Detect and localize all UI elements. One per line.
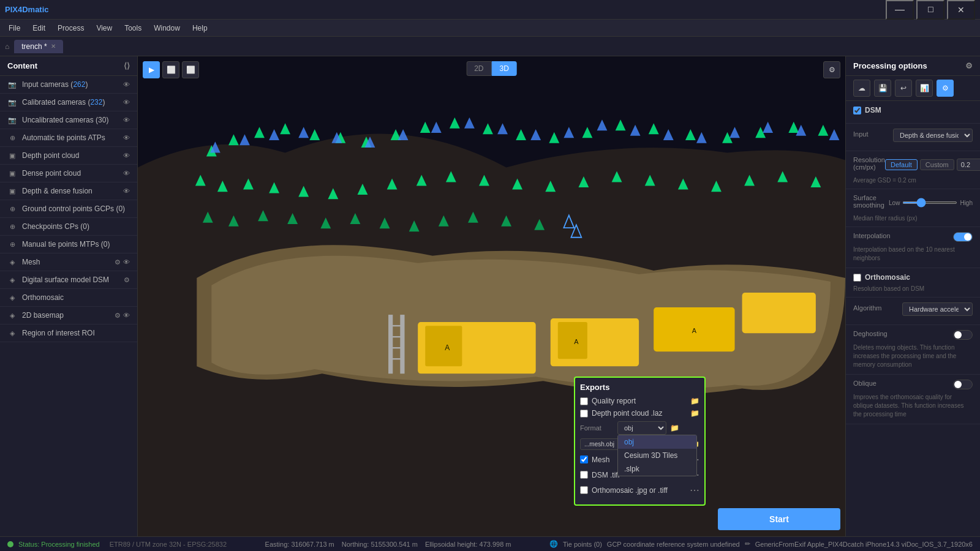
menu-view[interactable]: View bbox=[90, 21, 118, 35]
maximize-button[interactable]: ☐ bbox=[916, 0, 944, 20]
sidebar-label-mtp: Manual tie points MTPs (0) bbox=[22, 240, 110, 249]
quality-report-folder-icon[interactable]: 📁 bbox=[690, 397, 699, 405]
deghosting-toggle[interactable] bbox=[953, 330, 973, 340]
surface-smoothing-slider[interactable] bbox=[902, 201, 957, 204]
visibility-toggle-uncalibrated-cameras[interactable]: 👁 bbox=[123, 116, 130, 124]
quality-report-checkbox[interactable] bbox=[580, 397, 588, 405]
dropdown-option-slpk[interactable]: .slpk bbox=[618, 462, 696, 476]
report-tool[interactable]: 📊 bbox=[916, 80, 933, 97]
sidebar-label-atp: Automatic tie points ATPs bbox=[22, 133, 105, 142]
share-tool[interactable]: ☁ bbox=[853, 80, 870, 97]
format-folder-icon[interactable]: 📁 bbox=[670, 424, 679, 432]
viewport-settings-button[interactable]: ⚙ bbox=[823, 61, 840, 78]
sidebar-item-orthomosaic[interactable]: ◈ Orthomosaic bbox=[0, 289, 137, 307]
depth-cloud-checkbox[interactable] bbox=[580, 410, 588, 418]
orthomosaic-section-checkbox[interactable] bbox=[853, 274, 861, 282]
2d-view-button[interactable]: 2D bbox=[466, 61, 491, 76]
sidebar-item-dsm[interactable]: ◈ Digital surface model DSM ⚙ bbox=[0, 271, 137, 289]
right-panel-tools: ☁ 💾 ↩ 📊 ⚙ bbox=[846, 76, 980, 101]
interpolation-toggle[interactable] bbox=[953, 232, 973, 242]
format-select[interactable]: obj Cesium 3D Tiles .slpk bbox=[617, 421, 666, 435]
content-label: Content bbox=[7, 61, 37, 70]
visibility-toggle-dense-cloud[interactable]: 👁 bbox=[123, 170, 130, 177]
save-tool[interactable]: 💾 bbox=[874, 80, 891, 97]
sidebar-label-fusion: Depth & dense fusion bbox=[22, 187, 92, 195]
sidebar-item-uncalibrated-cameras[interactable]: 📷 Uncalibrated cameras (30) 👁 bbox=[0, 111, 137, 129]
menu-window[interactable]: Window bbox=[148, 21, 186, 35]
close-button[interactable]: ✕ bbox=[947, 0, 975, 20]
visibility-toggle-input-cameras[interactable]: 👁 bbox=[123, 81, 130, 88]
select-tool[interactable]: ▶ bbox=[143, 61, 160, 78]
menu-tools[interactable]: Tools bbox=[118, 21, 148, 35]
oblique-label: Oblique bbox=[853, 380, 876, 387]
sidebar-item-depth-dense-fusion[interactable]: ▣ Depth & dense fusion 👁 bbox=[0, 182, 137, 200]
mesh-checkbox[interactable] bbox=[580, 455, 588, 463]
resolution-input[interactable] bbox=[957, 159, 980, 171]
visibility-toggle-calibrated-cameras[interactable]: 👁 bbox=[123, 99, 130, 106]
sidebar-item-depth-point-cloud[interactable]: ▣ Depth point cloud 👁 bbox=[0, 147, 137, 165]
height-label: Ellipsoidal height: 473.998 m bbox=[425, 541, 511, 548]
sidebar-label-uncalibrated-cameras: Uncalibrated cameras (30) bbox=[22, 116, 108, 124]
basemap-gear-icon[interactable]: ⚙ bbox=[115, 312, 121, 320]
export-quality-report-row: Quality report 📁 bbox=[580, 397, 699, 405]
depth-cloud-folder-icon[interactable]: 📁 bbox=[690, 409, 699, 418]
dsm-gear-icon[interactable]: ⚙ bbox=[124, 276, 130, 284]
deghosting-label: Deghosting bbox=[853, 330, 888, 337]
minimize-button[interactable]: — bbox=[886, 0, 914, 20]
viewport[interactable]: ▶ ⬜ ⬜ 2D 3D ⚙ A bbox=[138, 56, 845, 536]
dsm-export-label: DSM .tiff bbox=[592, 471, 620, 479]
sidebar-item-calibrated-cameras[interactable]: 📷 Calibrated cameras (232) 👁 bbox=[0, 94, 137, 111]
edit-icon[interactable]: ✏ bbox=[745, 540, 750, 548]
sidebar: Content ⟨⟩ 📷 Input cameras (262) 👁 📷 Cal… bbox=[0, 56, 138, 536]
menu-help[interactable]: Help bbox=[186, 21, 214, 35]
resolution-default-button[interactable]: Default bbox=[885, 159, 918, 170]
sidebar-item-dense-point-cloud[interactable]: ▣ Dense point cloud 👁 bbox=[0, 165, 137, 182]
tab-close-button[interactable]: ✕ bbox=[51, 43, 56, 50]
sidebar-item-mesh[interactable]: ◈ Mesh ⚙ 👁 bbox=[0, 253, 137, 271]
rect-select-tool[interactable]: ⬜ bbox=[162, 61, 179, 78]
ortho-checkbox[interactable] bbox=[580, 486, 588, 494]
visibility-toggle-depth-cloud[interactable]: 👁 bbox=[123, 152, 130, 159]
crop-tool[interactable]: ⬜ bbox=[182, 61, 199, 78]
resolution-custom-button[interactable]: Custom bbox=[920, 159, 954, 170]
project-tab[interactable]: trench * ✕ bbox=[14, 40, 62, 53]
options-tool[interactable]: ⚙ bbox=[937, 80, 954, 97]
visibility-toggle-mesh[interactable]: 👁 bbox=[123, 258, 130, 266]
sidebar-item-roi[interactable]: ◈ Region of interest ROI bbox=[0, 324, 137, 342]
dropdown-option-cesium[interactable]: Cesium 3D Tiles bbox=[618, 449, 696, 462]
dsm-checkbox[interactable] bbox=[580, 471, 588, 479]
orthomosaic-header-row: Orthomosaic bbox=[853, 273, 973, 282]
home-icon[interactable]: ⌂ bbox=[5, 42, 9, 51]
oblique-toggle[interactable] bbox=[953, 380, 973, 389]
ortho-more-button[interactable]: ⋯ bbox=[690, 484, 699, 496]
sidebar-item-gcp[interactable]: ⊕ Ground control points GCPs (0) bbox=[0, 200, 137, 218]
sidebar-item-mtp[interactable]: ⊕ Manual tie points MTPs (0) bbox=[0, 236, 137, 253]
collapse-icon[interactable]: ⟨⟩ bbox=[124, 61, 130, 70]
sidebar-item-input-cameras[interactable]: 📷 Input cameras (262) 👁 bbox=[0, 76, 137, 94]
input-select[interactable]: Depth & dense fusion Dense point cloud D… bbox=[893, 129, 973, 142]
menu-process[interactable]: Process bbox=[51, 21, 90, 35]
sidebar-item-2d-basemap[interactable]: ◈ 2D basemap ⚙ 👁 bbox=[0, 307, 137, 324]
sidebar-label-input-cameras: Input cameras (262) bbox=[22, 80, 88, 89]
processing-options-settings-icon[interactable]: ⚙ bbox=[965, 61, 973, 70]
status-indicator bbox=[7, 541, 13, 547]
dsm-section-checkbox[interactable] bbox=[853, 107, 861, 114]
start-button[interactable]: Start bbox=[718, 508, 840, 530]
svg-text:A: A bbox=[574, 338, 579, 345]
algorithm-select[interactable]: Hardware accelerated CPU bbox=[902, 302, 973, 316]
mesh-export-label: Mesh bbox=[592, 455, 609, 464]
menu-file[interactable]: File bbox=[2, 21, 26, 35]
visibility-toggle-fusion[interactable]: 👁 bbox=[123, 187, 130, 195]
sidebar-item-checkpoints[interactable]: ⊕ Checkpoints CPs (0) bbox=[0, 218, 137, 236]
quality-report-label: Quality report bbox=[592, 397, 636, 405]
sidebar-item-atp[interactable]: ⊕ Automatic tie points ATPs 👁 bbox=[0, 129, 137, 147]
menu-edit[interactable]: Edit bbox=[26, 21, 51, 35]
sidebar-label-roi: Region of interest ROI bbox=[22, 329, 95, 337]
visibility-toggle-atp[interactable]: 👁 bbox=[123, 134, 130, 141]
visibility-toggle-basemap[interactable]: 👁 bbox=[123, 312, 130, 319]
history-tool[interactable]: ↩ bbox=[895, 80, 912, 97]
mesh-gear-icon[interactable]: ⚙ bbox=[115, 258, 121, 266]
ortho-icon: ◈ bbox=[7, 293, 17, 302]
dropdown-option-obj[interactable]: obj bbox=[618, 435, 696, 449]
3d-view-button[interactable]: 3D bbox=[492, 61, 517, 76]
